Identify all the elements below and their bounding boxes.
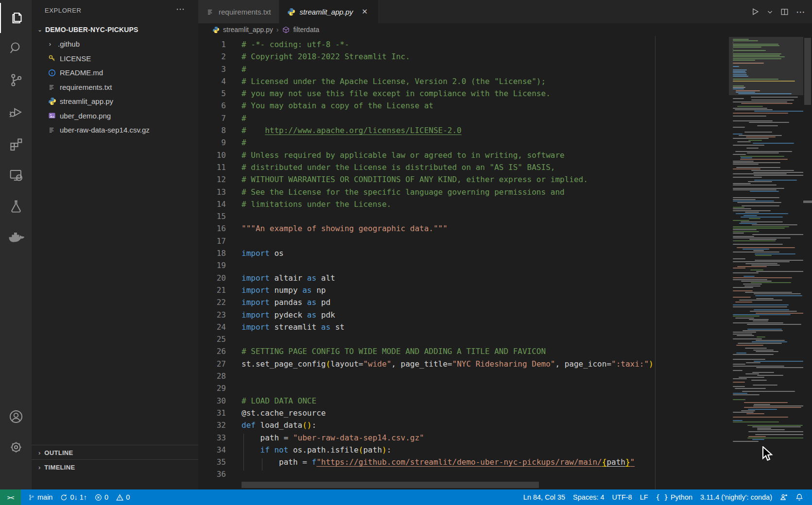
file-row-uber-raw-data-sep14-csv-gz[interactable]: uber-raw-data-sep14.csv.gz: [32, 123, 198, 137]
line-number: 13: [198, 186, 226, 198]
code-line-27[interactable]: 27st.set_page_config(layout="wide", page…: [198, 358, 812, 370]
code-line-13[interactable]: 13# See the License for the specific lan…: [198, 186, 812, 198]
code-line-26[interactable]: 26# SETTING PAGE CONFIG TO WIDE MODE AND…: [198, 345, 812, 357]
split-editor-button[interactable]: [780, 7, 789, 17]
code-line-35[interactable]: 35 path = f"https://github.com/streamlit…: [198, 456, 812, 468]
code-line-11[interactable]: 11# distributed under the License is dis…: [198, 161, 812, 173]
run-python-file-button[interactable]: [750, 7, 760, 17]
close-icon[interactable]: ✕: [360, 7, 370, 16]
code-text: #: [242, 63, 246, 75]
code-line-30[interactable]: 30# LOAD DATA ONCE: [198, 395, 812, 407]
code-line-4[interactable]: 4# Licensed under the Apache License, Ve…: [198, 75, 812, 87]
code-line-8[interactable]: 8# http://www.apache.org/licenses/LICENS…: [198, 124, 812, 136]
line-number: 20: [198, 272, 226, 284]
timeline-panel-header[interactable]: › TIMELINE: [32, 459, 198, 474]
code-line-33[interactable]: 33 path = "uber-raw-data-sep14.csv.gz": [198, 432, 812, 444]
code-line-6[interactable]: 6# You may obtain a copy of the License …: [198, 100, 812, 112]
code-line-23[interactable]: 23import pydeck as pdk: [198, 309, 812, 321]
search-icon[interactable]: [0, 33, 32, 63]
code-line-16[interactable]: 16"""An example of showing geographic da…: [198, 222, 812, 235]
line-number: 1: [198, 38, 226, 50]
status-branch[interactable]: main: [28, 493, 52, 501]
file-row-uber-demo-png[interactable]: uber_demo.png: [32, 109, 198, 123]
explorer-icon[interactable]: [0, 3, 33, 33]
tab-streamlit-app-py[interactable]: streamlit_app.py ✕: [279, 0, 378, 23]
code-editor[interactable]: 1# -*- coding: utf-8 -*-2# Copyright 201…: [198, 36, 812, 489]
file-row-streamlit-app-py[interactable]: streamlit_app.py: [32, 94, 198, 109]
more-actions-button[interactable]: ⋯: [796, 6, 805, 17]
code-text: #: [242, 136, 246, 149]
status-error[interactable]: 0: [95, 493, 108, 501]
extensions-icon[interactable]: [0, 129, 32, 159]
docker-icon[interactable]: [0, 222, 32, 252]
line-number: 14: [198, 198, 226, 210]
file-row-readme-md[interactable]: README.md: [32, 66, 198, 80]
code-line-7[interactable]: 7#: [198, 112, 812, 124]
line-number: 10: [198, 149, 226, 161]
list-file-icon: [206, 7, 215, 16]
status-sync[interactable]: 0↓ 1↑: [60, 493, 87, 501]
code-line-12[interactable]: 12# WITHOUT WARRANTIES OR CONDITIONS OF …: [198, 173, 812, 185]
testing-icon[interactable]: [0, 191, 32, 221]
status-braces[interactable]: { }Python: [656, 493, 692, 501]
code-line-34[interactable]: 34 if not os.path.isfile(path):: [198, 444, 812, 456]
code-line-22[interactable]: 22import pandas as pd: [198, 296, 812, 308]
horizontal-scrollbar[interactable]: [242, 482, 539, 488]
breadcrumb-file[interactable]: streamlit_app.py: [212, 26, 273, 34]
status-ln[interactable]: Ln 84, Col 35: [523, 493, 565, 501]
explorer-more-icon[interactable]: ⋯: [176, 4, 185, 15]
tab-requirements-txt[interactable]: requirements.txt: [198, 0, 279, 23]
line-number: 34: [198, 444, 226, 456]
code-line-32[interactable]: 32def load_data():: [198, 419, 812, 431]
chevron-right-icon: ›: [46, 40, 54, 48]
source-control-icon[interactable]: [0, 65, 32, 95]
remote-explorer-icon[interactable]: [0, 160, 32, 190]
status-utf-8[interactable]: UTF-8: [612, 493, 632, 501]
code-line-9[interactable]: 9#: [198, 136, 812, 149]
code-line-19[interactable]: 19: [198, 259, 812, 271]
status-warning[interactable]: 0: [116, 493, 130, 501]
project-root-row[interactable]: ⌄ DEMO-UBER-NYC-PICKUPS: [32, 22, 198, 36]
code-line-20[interactable]: 20import altair as alt: [198, 272, 812, 284]
file-row-license[interactable]: LICENSE: [32, 51, 198, 66]
code-line-25[interactable]: 25: [198, 333, 812, 345]
code-line-17[interactable]: 17: [198, 235, 812, 247]
code-line-36[interactable]: 36: [198, 468, 812, 480]
minimap[interactable]: [729, 36, 803, 489]
status-feedback[interactable]: [780, 493, 788, 501]
code-line-24[interactable]: 24import streamlit as st: [198, 321, 812, 333]
breadcrumb-symbol[interactable]: filterdata: [282, 26, 319, 34]
code-line-5[interactable]: 5# you may not use this file except in c…: [198, 87, 812, 100]
remote-indicator[interactable]: ><: [0, 489, 21, 505]
line-number: 11: [198, 161, 226, 173]
code-line-18[interactable]: 18import os: [198, 247, 812, 259]
code-line-31[interactable]: 31@st.cache_resource: [198, 407, 812, 419]
breadcrumb-separator: ›: [276, 26, 279, 34]
status-bell[interactable]: [795, 493, 803, 501]
code-line-14[interactable]: 14# limitations under the License.: [198, 198, 812, 210]
vertical-scrollbar[interactable]: [803, 36, 812, 489]
vertical-scrollbar-slider[interactable]: [804, 38, 811, 105]
code-line-29[interactable]: 29: [198, 382, 812, 394]
settings-gear-icon[interactable]: [0, 432, 32, 462]
run-dropdown-chevron-icon[interactable]: [767, 9, 773, 15]
status-spaces[interactable]: Spaces: 4: [573, 493, 605, 501]
minimap-slider[interactable]: [729, 37, 803, 95]
code-line-15[interactable]: 15: [198, 210, 812, 222]
outline-panel-header[interactable]: › OUTLINE: [32, 445, 198, 460]
code-line-3[interactable]: 3#: [198, 63, 812, 75]
code-line-1[interactable]: 1# -*- coding: utf-8 -*-: [198, 38, 812, 50]
file-row-requirements-txt[interactable]: requirements.txt: [32, 80, 198, 95]
code-line-28[interactable]: 28: [198, 370, 812, 382]
status-3.11.4[interactable]: 3.11.4 ('nightly': conda): [700, 493, 772, 501]
account-icon[interactable]: [0, 402, 32, 432]
code-line-2[interactable]: 2# Copyright 2018-2022 Streamlit Inc.: [198, 50, 812, 63]
status-lf[interactable]: LF: [640, 493, 648, 501]
status-bar: >< main0↓ 1↑00 Ln 84, Col 35Spaces: 4UTF…: [0, 489, 812, 505]
code-line-10[interactable]: 10# Unless required by applicable law or…: [198, 149, 812, 161]
code-line-21[interactable]: 21import numpy as np: [198, 284, 812, 296]
code-text: # you may not use this file except in co…: [242, 87, 551, 100]
file-row--github[interactable]: ›.github: [32, 37, 198, 51]
code-text: # LOAD DATA ONCE: [242, 395, 316, 407]
run-debug-icon[interactable]: [0, 97, 32, 127]
